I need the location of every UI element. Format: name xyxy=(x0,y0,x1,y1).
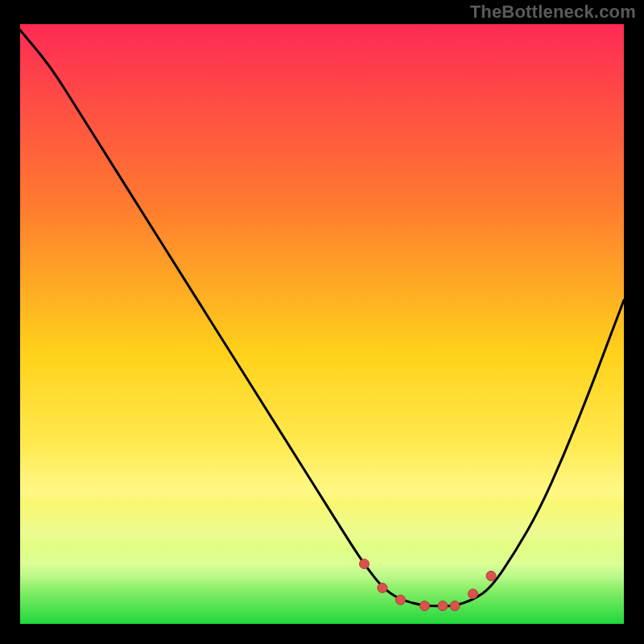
curve-marker xyxy=(469,589,478,599)
curve-marker xyxy=(378,583,387,592)
curve-marker xyxy=(360,559,369,569)
plot-area xyxy=(20,24,624,624)
gradient-bands xyxy=(20,24,624,624)
curve-marker xyxy=(396,595,406,605)
watermark-text: TheBottleneck.com xyxy=(470,2,636,23)
curve-marker xyxy=(450,601,460,611)
curve-marker xyxy=(486,571,496,580)
curve-marker xyxy=(438,601,448,611)
plot-svg xyxy=(20,24,624,624)
chart-container: TheBottleneck.com xyxy=(0,0,644,644)
curve-marker xyxy=(420,601,430,611)
